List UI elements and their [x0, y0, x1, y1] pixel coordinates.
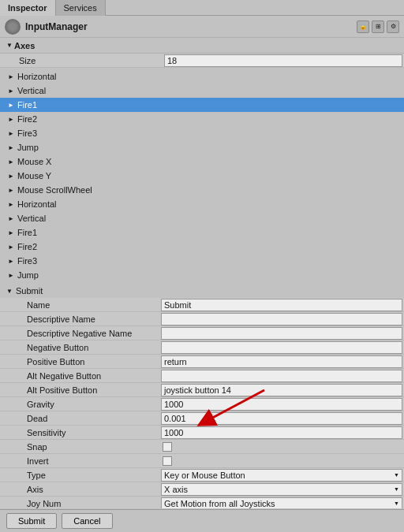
cancel-button[interactable]: Cancel — [62, 513, 112, 529]
arrow-horizontal-2 — [6, 199, 16, 209]
size-row: Size 18 — [0, 54, 404, 68]
prop-row-joynum: Joy Num Get Motion from all Joysticks ▼ — [0, 497, 404, 508]
prop-label-negative-button: Negative Button — [3, 343, 161, 352]
prop-label-alt-positive-button: Alt Positive Button — [3, 385, 161, 395]
prop-value-descriptive-negative-name[interactable] — [161, 327, 402, 340]
settings-button[interactable]: ⚙ — [387, 20, 399, 33]
prop-value-type[interactable]: Key or Mouse Button ▼ — [161, 469, 402, 482]
tab-services[interactable]: Services — [56, 0, 106, 16]
prop-value-name-text: Submit — [164, 300, 191, 310]
tree-item-mousex[interactable]: Mouse X — [0, 154, 404, 169]
prop-label-gravity: Gravity — [3, 400, 161, 409]
lock-button[interactable]: 🔒 — [357, 20, 369, 33]
title-row: InputManager 🔒 ⊞ ⚙ — [0, 16, 404, 38]
prop-value-joynum[interactable]: Get Motion from all Joysticks ▼ — [161, 497, 402, 509]
tree-label-fire3: Fire3 — [17, 128, 37, 138]
arrow-jump-2 — [6, 270, 16, 280]
prop-row-gravity: Gravity 1000 — [0, 397, 404, 411]
prop-label-alt-negative-button: Alt Negative Button — [3, 371, 161, 381]
tab-bar: Inspector Services — [0, 0, 404, 16]
tree-section: Horizontal Vertical Fire1 Fire2 Fire3 Ju… — [0, 68, 404, 284]
arrow-mousex — [6, 157, 16, 166]
tree-item-fire1-2[interactable]: Fire1 — [0, 225, 404, 240]
prop-value-negative-button[interactable] — [161, 341, 402, 354]
prop-row-descriptive-name: Descriptive Name — [0, 312, 404, 326]
size-value[interactable]: 18 — [164, 54, 402, 67]
tree-item-fire1[interactable]: Fire1 — [0, 98, 404, 112]
tree-item-vertical-1[interactable]: Vertical — [0, 84, 404, 98]
prop-value-alt-negative-button[interactable] — [161, 370, 402, 382]
submit-section-header[interactable]: Submit — [0, 284, 404, 298]
prop-value-sensitivity[interactable]: 1000 — [161, 426, 402, 439]
prop-value-gravity-text: 1000 — [164, 400, 183, 409]
tree-item-fire3-2[interactable]: Fire3 — [0, 254, 404, 268]
prop-label-invert: Invert — [3, 456, 161, 466]
prop-row-negative-button: Negative Button — [0, 340, 404, 355]
prop-label-descriptive-negative-name: Descriptive Negative Name — [3, 329, 161, 338]
snap-checkbox[interactable] — [163, 442, 172, 452]
prop-label-name: Name — [3, 300, 161, 310]
tree-item-jump-2[interactable]: Jump — [0, 268, 404, 282]
arrow-fire1-2 — [6, 228, 16, 237]
title-buttons: 🔒 ⊞ ⚙ — [357, 20, 399, 33]
arrow-mousey — [6, 171, 16, 180]
prop-value-descriptive-name[interactable] — [161, 313, 402, 326]
prop-value-axis[interactable]: X axis ▼ — [161, 483, 402, 496]
joynum-dropdown-arrow: ▼ — [394, 500, 399, 506]
axes-header[interactable]: Axes — [0, 38, 404, 54]
arrow-horizontal-1 — [6, 72, 16, 81]
prop-row-invert: Invert — [0, 454, 404, 468]
prop-label-sensitivity: Sensitivity — [3, 428, 161, 437]
window-title: InputManager — [25, 21, 357, 32]
prop-value-axis-text: X axis — [164, 485, 188, 494]
invert-checkbox[interactable] — [163, 456, 172, 466]
submit-header-label: Submit — [16, 286, 43, 296]
arrow-fire3 — [6, 128, 16, 138]
axes-label: Axes — [14, 41, 35, 50]
prop-value-sensitivity-text: 1000 — [164, 428, 183, 437]
prop-label-type: Type — [3, 471, 161, 480]
tree-label-mousey: Mouse Y — [17, 171, 51, 180]
prop-value-positive-button[interactable]: return — [161, 355, 402, 368]
tree-label-mousex: Mouse X — [17, 157, 51, 166]
prop-value-dead[interactable]: 0.001 — [161, 412, 402, 425]
tree-item-vertical-2[interactable]: Vertical — [0, 211, 404, 225]
tree-item-scrollwheel[interactable]: Mouse ScrollWheel — [0, 183, 404, 197]
tree-item-horizontal-1[interactable]: Horizontal — [0, 69, 404, 84]
tree-item-horizontal-2[interactable]: Horizontal — [0, 197, 404, 211]
prop-value-name[interactable]: Submit — [161, 299, 402, 311]
tree-label-horizontal-1: Horizontal — [17, 72, 57, 81]
arrow-jump — [6, 143, 16, 152]
prop-value-alt-positive-button[interactable]: joystick button 14 — [161, 384, 402, 396]
prop-row-positive-button: Positive Button return — [0, 355, 404, 369]
tree-item-jump[interactable]: Jump — [0, 140, 404, 154]
tree-item-fire2[interactable]: Fire2 — [0, 112, 404, 126]
prop-value-gravity[interactable]: 1000 — [161, 398, 402, 411]
layout-button[interactable]: ⊞ — [372, 20, 384, 33]
prop-row-type: Type Key or Mouse Button ▼ — [0, 468, 404, 482]
prop-row-descriptive-negative-name: Descriptive Negative Name — [0, 326, 404, 340]
prop-row-alt-negative-button: Alt Negative Button — [0, 369, 404, 383]
arrow-fire1 — [6, 100, 16, 110]
tree-label-fire1-2: Fire1 — [17, 228, 37, 237]
arrow-vertical-1 — [6, 86, 16, 95]
tree-label-vertical-1: Vertical — [17, 86, 46, 95]
axes-arrow — [5, 41, 14, 50]
bottom-bar: Submit Cancel — [0, 509, 404, 532]
tree-label-jump-2: Jump — [17, 270, 39, 280]
tab-inspector[interactable]: Inspector — [0, 0, 56, 16]
axis-dropdown-arrow: ▼ — [394, 486, 399, 492]
submit-button[interactable]: Submit — [6, 513, 57, 529]
size-value-text: 18 — [167, 56, 177, 65]
prop-row-axis: Axis X axis ▼ — [0, 482, 404, 497]
tree-label-jump: Jump — [17, 143, 39, 152]
submit-properties: Name Submit Descriptive Name Descriptive… — [0, 298, 404, 508]
tree-label-vertical-2: Vertical — [17, 214, 46, 223]
arrow-scrollwheel — [6, 185, 16, 195]
prop-row-alt-positive-button: Alt Positive Button joystick button 14 — [0, 383, 404, 397]
tree-item-fire2-2[interactable]: Fire2 — [0, 240, 404, 254]
tree-item-fire3[interactable]: Fire3 — [0, 126, 404, 140]
tree-label-fire2: Fire2 — [17, 114, 37, 124]
tree-item-mousey[interactable]: Mouse Y — [0, 169, 404, 183]
tree-label-fire3-2: Fire3 — [17, 256, 37, 266]
